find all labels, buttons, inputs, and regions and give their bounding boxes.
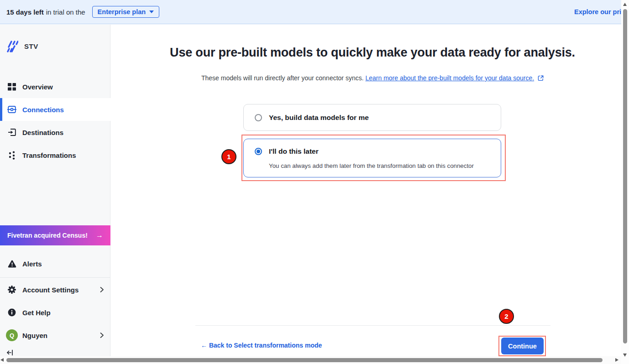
- scroll-right-arrow-icon[interactable]: [615, 358, 619, 362]
- warning-icon: [7, 260, 16, 268]
- arrow-right-icon: →: [96, 231, 103, 239]
- trial-days-left: 15 days left: [6, 8, 44, 16]
- horizontal-scrollbar-thumb[interactable]: [6, 358, 603, 362]
- page-title: Use our pre-built models to quickly make…: [129, 46, 616, 60]
- census-announcement-banner[interactable]: Fivetran acquired Census! →: [0, 225, 110, 245]
- sidebar-item-user-menu[interactable]: Q Nguyen: [0, 325, 110, 345]
- learn-more-link[interactable]: Learn more about the pre-built models fo…: [365, 74, 534, 82]
- vertical-scrollbar-thumb[interactable]: [623, 9, 627, 343]
- sidebar-item-label: Get Help: [22, 309, 51, 317]
- sidebar-item-account-settings[interactable]: Account Settings: [0, 280, 110, 300]
- user-name: Nguyen: [22, 332, 47, 339]
- collapse-sidebar-icon: [6, 349, 14, 356]
- sidebar-item-label: Connections: [22, 106, 64, 114]
- subtitle-text: These models will run directly after you…: [201, 74, 364, 82]
- horizontal-scrollbar[interactable]: [0, 356, 621, 364]
- main-content: Use our pre-built models to quickly make…: [111, 25, 621, 364]
- option-label: Yes, build data models for me: [269, 114, 369, 122]
- option-description: You can always add them later from the t…: [269, 162, 474, 169]
- back-link[interactable]: ← Back to Select transformations mode: [201, 342, 322, 349]
- logo[interactable]: STV: [6, 40, 38, 52]
- annotation-step-2: 2: [499, 309, 514, 324]
- avatar: Q: [6, 329, 18, 341]
- option-label: I'll do this later: [269, 147, 319, 156]
- scroll-left-arrow-icon[interactable]: [0, 358, 4, 362]
- trial-text: 15 days left in trial on the Enterprise …: [6, 0, 159, 24]
- sidebar-item-connections[interactable]: Connections: [0, 98, 110, 121]
- fivetran-logo-icon: [6, 40, 18, 52]
- grid-icon: [7, 83, 16, 91]
- transformations-icon: [7, 151, 16, 160]
- enterprise-plan-dropdown[interactable]: Enterprise plan: [92, 6, 160, 18]
- sidebar-item-transformations[interactable]: Transformations: [0, 144, 110, 166]
- account-name: STV: [24, 42, 38, 50]
- external-link-icon: [538, 75, 544, 83]
- app-window: 15 days left in trial on the Enterprise …: [0, 0, 629, 364]
- sidebar-item-label: Account Settings: [22, 286, 79, 294]
- sidebar-item-alerts[interactable]: Alerts: [0, 254, 110, 274]
- vertical-scrollbar[interactable]: [621, 0, 629, 364]
- explore-pricing-link[interactable]: Explore our pricing: [574, 0, 629, 24]
- radio-build-models[interactable]: [255, 114, 262, 121]
- sidebar-item-destinations[interactable]: Destinations: [0, 121, 110, 144]
- radio-do-later[interactable]: [255, 148, 262, 155]
- connections-icon: [7, 106, 16, 113]
- page-subtitle: These models will run directly after you…: [129, 74, 616, 83]
- continue-button[interactable]: Continue: [501, 338, 544, 354]
- sidebar-item-label: Alerts: [22, 260, 42, 268]
- sidebar-item-get-help[interactable]: Get Help: [0, 302, 110, 322]
- chevron-down-icon: [149, 10, 154, 13]
- info-icon: [7, 308, 16, 317]
- trial-banner: 15 days left in trial on the Enterprise …: [0, 0, 629, 24]
- option-build-models[interactable]: Yes, build data models for me: [243, 104, 501, 131]
- gear-icon: [7, 286, 16, 294]
- chevron-right-icon: [100, 333, 104, 338]
- banner-label: Fivetran acquired Census!: [7, 232, 88, 239]
- scroll-down-arrow-icon[interactable]: [623, 354, 627, 357]
- sidebar-item-label: Destinations: [22, 129, 63, 136]
- trial-rest-text: in trial on the: [46, 8, 85, 16]
- destinations-icon: [7, 129, 16, 136]
- plan-label: Enterprise plan: [98, 8, 146, 16]
- sidebar-item-overview[interactable]: Overview: [0, 75, 110, 98]
- annotation-step-1: 1: [221, 149, 236, 164]
- sidebar-item-label: Transformations: [22, 151, 76, 159]
- scroll-up-arrow-icon[interactable]: [623, 3, 627, 6]
- sidebar-divider: [0, 277, 110, 278]
- sidebar-item-label: Overview: [22, 83, 53, 91]
- option-do-later[interactable]: I'll do this later You can always add th…: [243, 139, 501, 177]
- footer-divider: [195, 325, 550, 326]
- chevron-right-icon: [100, 287, 104, 293]
- sidebar: STV Overview Connections: [0, 25, 110, 364]
